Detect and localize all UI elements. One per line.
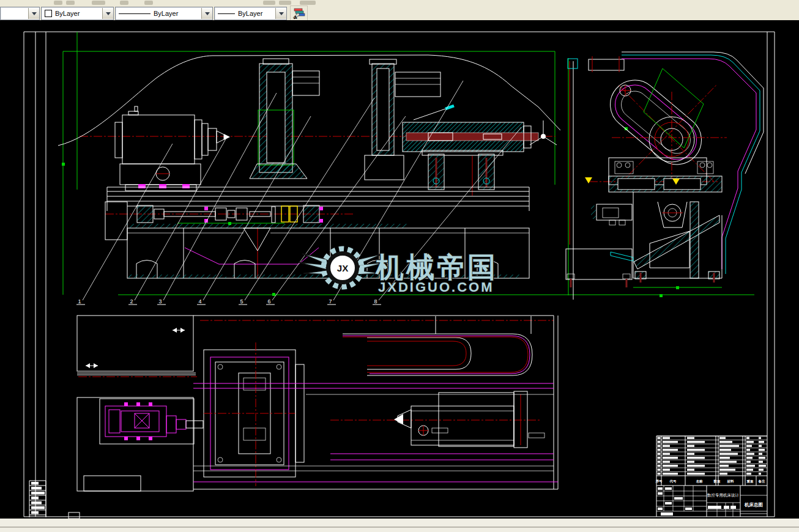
svg-text:名称: 名称 — [696, 479, 704, 484]
section-arrow-icon — [585, 177, 592, 183]
horizontal-scrollbar[interactable] — [0, 519, 799, 526]
plan-rails — [193, 383, 558, 482]
clipped-icon — [263, 1, 275, 5]
clipped-detail — [69, 512, 80, 519]
chevron-down-icon[interactable] — [28, 8, 39, 19]
drawing: .w{stroke:#fff;fill:none;stroke-width:1}… — [0, 20, 799, 519]
chevron-down-icon[interactable] — [275, 8, 286, 19]
plan-column — [204, 342, 304, 486]
chevron-down-icon[interactable] — [102, 8, 113, 19]
svg-text:1: 1 — [78, 298, 81, 305]
svg-text:7: 7 — [329, 298, 332, 305]
logo-monogram: JX — [337, 263, 348, 273]
feed-motor — [591, 204, 632, 225]
svg-text:6: 6 — [267, 298, 270, 305]
chevron-down-icon[interactable] — [201, 8, 212, 19]
clipped-icon — [92, 1, 105, 5]
clipped-icon — [120, 1, 128, 5]
machine-base-side — [566, 192, 722, 287]
svg-text:重量: 重量 — [746, 479, 754, 483]
svg-text:备注: 备注 — [758, 479, 766, 484]
direction-arrow-icon — [173, 328, 185, 333]
plan-view — [77, 316, 558, 491]
watermark-brand: 机械帝国 — [375, 251, 498, 283]
svg-text:2: 2 — [130, 298, 133, 305]
headstock — [115, 106, 230, 191]
properties-toolbar: ByLayer ByLayer ByLayer A — [0, 0, 799, 21]
linetype-combo-value: ByLayer — [154, 10, 178, 17]
svg-text:数量: 数量 — [713, 479, 721, 483]
layer-combo[interactable] — [0, 7, 40, 20]
match-properties-button[interactable]: A — [290, 6, 308, 21]
color-swatch-icon — [45, 10, 52, 17]
screw-bearing — [658, 202, 687, 227]
svg-text:8: 8 — [374, 298, 377, 305]
title-block: 序号代号名称数量材料重量备注 数控专用机床设计 机床总图 — [656, 436, 768, 517]
clipped-icon — [279, 1, 291, 5]
clipped-icon — [66, 1, 75, 5]
model-space-canvas[interactable]: .w{stroke:#fff;fill:none;stroke-width:1}… — [0, 20, 799, 519]
clipped-icon — [300, 1, 316, 5]
toolbar-row-clipped — [0, 0, 799, 6]
belt-housing — [600, 70, 712, 175]
cross-slide — [585, 158, 722, 192]
direction-arrow-icon — [86, 363, 98, 368]
linetype-sample-icon — [119, 13, 151, 14]
status-bar — [0, 528, 799, 532]
revision-table — [29, 481, 46, 517]
watermark-domain: JXDIGUO.COM — [378, 279, 494, 295]
plan-motor — [100, 399, 203, 444]
svg-text:A: A — [294, 15, 297, 20]
plan-tailstock — [394, 391, 544, 448]
svg-text:5: 5 — [240, 298, 243, 305]
clipped-icon — [54, 1, 62, 5]
svg-text:4: 4 — [198, 298, 201, 305]
wheelhead-column — [250, 59, 319, 179]
bom-header-row: 序号代号名称数量材料重量备注 — [656, 479, 766, 484]
lineweight-combo[interactable]: ByLayer — [214, 7, 287, 20]
svg-text:代号: 代号 — [669, 479, 677, 484]
watermark: JX 机械帝国 JXDIGUO.COM — [299, 249, 498, 295]
drawing-title: 机床总图 — [744, 502, 763, 508]
phantom-extent-green — [644, 68, 704, 148]
winged-gear-logo-icon: JX — [299, 249, 387, 287]
clipped-icon — [144, 1, 153, 5]
svg-text:序号: 序号 — [656, 479, 663, 484]
signature-grid — [656, 486, 767, 515]
bom-table — [656, 436, 767, 475]
front-view — [105, 59, 557, 278]
color-combo-value: ByLayer — [55, 10, 80, 17]
svg-text:材料: 材料 — [727, 479, 735, 484]
match-properties-icon: A — [292, 7, 306, 20]
workhead-and-quill — [365, 59, 557, 190]
linetype-combo[interactable]: ByLayer — [115, 7, 213, 20]
lineweight-sample-icon — [218, 13, 235, 14]
project-name: 数控专用机床设计 — [707, 493, 740, 498]
belt-loops — [343, 316, 532, 375]
lineweight-combo-value: ByLayer — [238, 10, 262, 17]
cad-application-window: { "toolbar": { "layer_combo": {"value": … — [0, 0, 799, 532]
side-view — [566, 52, 764, 300]
svg-text:3: 3 — [158, 298, 162, 305]
color-combo[interactable]: ByLayer — [41, 7, 114, 20]
